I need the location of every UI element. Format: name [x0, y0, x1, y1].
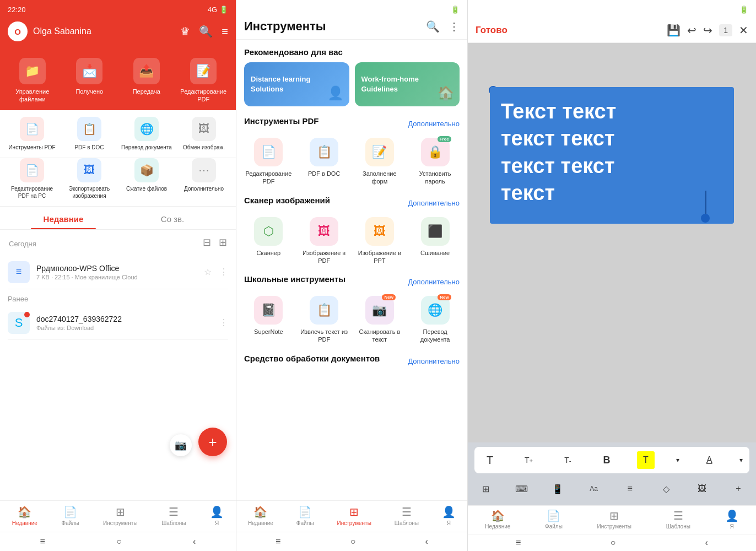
nav-files-1[interactable]: 📄 Файлы: [62, 505, 79, 526]
tab-recent[interactable]: Недавние: [9, 207, 118, 229]
sec-label-3: Обмен изображ.: [183, 144, 225, 151]
pdf-tools-more[interactable]: Дополнительно: [408, 120, 460, 128]
kb-phone-icon[interactable]: 📱: [547, 479, 569, 499]
quick-action-0[interactable]: 📁 Управление файлами: [6, 58, 60, 104]
school-more[interactable]: Дополнительно: [408, 278, 460, 286]
nav-files-2[interactable]: 📄 Файлы: [296, 505, 314, 526]
signal-icon: 4G: [208, 6, 217, 14]
p3-nav-me[interactable]: 👤 Я: [725, 509, 739, 530]
sys-back-3[interactable]: ‹: [705, 538, 708, 548]
file-item-1[interactable]: S doc2740127_639362722 Файлы из: Downloa…: [8, 306, 228, 340]
nav-templates-2[interactable]: ☰ Шаблоны: [395, 505, 419, 526]
sys-home-3[interactable]: ○: [611, 538, 616, 548]
star-icon-0[interactable]: ☆: [204, 267, 212, 277]
more-icon-p2[interactable]: ⋮: [449, 20, 460, 33]
scan-tool-3[interactable]: ⬛ Сшивание: [411, 217, 460, 265]
more-icon-1[interactable]: ⋮: [219, 317, 228, 328]
scan-tool-2[interactable]: 🖼 Изображение в PPT: [355, 217, 404, 265]
kb-t-minus-icon[interactable]: T-: [559, 451, 576, 469]
kb-align-icon[interactable]: ≡: [619, 479, 641, 499]
redo-icon[interactable]: ↪: [703, 24, 712, 37]
pdf-tool-3[interactable]: 🔒 Free Установить пароль: [411, 138, 460, 186]
sec2-item-1[interactable]: 🖼 Экспортировать изображения: [63, 158, 116, 199]
sys-menu-3[interactable]: ≡: [516, 538, 521, 548]
quick-action-1[interactable]: 📩 Получено: [63, 58, 117, 104]
school-tool-0[interactable]: 📓 SuperNote: [244, 296, 293, 344]
p3-nav-templates[interactable]: ☰ Шаблоны: [666, 509, 690, 530]
sys-home-2[interactable]: ○: [350, 537, 356, 547]
school-tool-1[interactable]: 📋 Извлечь текст из PDF: [300, 296, 349, 344]
pdf-tool-0[interactable]: 📄 Редактирование PDF: [244, 138, 293, 186]
nav-tools-2[interactable]: ⊞ Инструменты: [337, 505, 371, 526]
sys-back-2[interactable]: ‹: [425, 537, 428, 547]
kb-image-icon[interactable]: 🖼: [691, 479, 713, 499]
pdf-tool-1[interactable]: 📋 PDF в DOC: [300, 138, 349, 186]
secondary-actions-1: 📄 Инструменты PDF 📋 PDF в DOC 🌐 Перевод …: [0, 110, 236, 158]
kb-underline-dropdown[interactable]: ▾: [739, 456, 743, 464]
sys-home-1[interactable]: ○: [116, 537, 122, 547]
scan-tool-0[interactable]: ⬡ Сканнер: [244, 217, 293, 265]
camera-fab[interactable]: 📷: [170, 434, 192, 456]
kb-highlight-dropdown[interactable]: ▾: [676, 456, 679, 464]
sec-item-2[interactable]: 🌐 Перевод документа: [120, 117, 173, 151]
nav-templates-1[interactable]: ☰ Шаблоны: [161, 505, 186, 526]
p3-nav-recent[interactable]: 🏠 Недавние: [485, 509, 510, 530]
doc-proc-more[interactable]: Дополнительно: [408, 357, 460, 365]
p3-done-btn[interactable]: Готово: [476, 25, 507, 36]
kb-t-plus-icon[interactable]: T+: [520, 451, 538, 469]
sec-item-3[interactable]: 🖼 Обмен изображ.: [177, 117, 230, 151]
sec2-item-2[interactable]: 📦 Сжатие файлов: [120, 158, 173, 199]
kb-underline-icon[interactable]: A: [700, 451, 718, 469]
sec-item-1[interactable]: 📋 PDF в DOC: [63, 117, 116, 151]
sys-menu-2[interactable]: ≡: [276, 537, 280, 547]
kb-highlight-icon[interactable]: T: [637, 451, 655, 469]
grid-icon[interactable]: ⊞: [219, 236, 227, 249]
scan-tool-1[interactable]: 🖼 Изображение в PDF: [300, 217, 349, 265]
close-icon[interactable]: ✕: [739, 24, 748, 37]
sys-back-1[interactable]: ‹: [193, 537, 196, 547]
kb-diamond-icon[interactable]: ◇: [655, 479, 677, 499]
tab-starred[interactable]: Со зв.: [118, 207, 227, 229]
sys-menu-1[interactable]: ≡: [40, 537, 45, 547]
menu-icon[interactable]: ≡: [222, 25, 228, 38]
filter-icon[interactable]: ⊟: [203, 236, 211, 249]
sec2-item-0[interactable]: 📄 Редактирование PDF на PC: [6, 158, 58, 199]
save-icon[interactable]: 💾: [667, 24, 681, 37]
nav-me-2[interactable]: 👤 Я: [442, 505, 456, 526]
nav-icon-recent-2: 🏠: [253, 505, 267, 518]
more-icon-0[interactable]: ⋮: [219, 267, 228, 277]
panel3-canvas[interactable]: Текст тексттекст тексттекст тексттекст: [468, 43, 756, 442]
kb-aa-icon[interactable]: Aa: [583, 479, 605, 499]
panel2: 22:15 4G 51 🔋 Инструменты 🔍 ⋮ Рекомендов…: [236, 0, 467, 551]
quick-action-3[interactable]: 📝 Редактирование PDF: [177, 58, 231, 104]
kb-plus-icon[interactable]: +: [727, 479, 749, 499]
school-tool-3[interactable]: 🌐 New Перевод документа: [411, 296, 460, 344]
kb-grid-icon[interactable]: ⊞: [474, 479, 496, 499]
panel2-content: Рекомендовано для вас Distance learning …: [236, 40, 467, 500]
quick-action-2[interactable]: 📤 Передача: [120, 58, 174, 104]
promo-card-1[interactable]: Work-from-home Guidelines 🏠: [355, 62, 460, 106]
search-icon-p2[interactable]: 🔍: [426, 20, 440, 33]
pdf-tool-2[interactable]: 📝 Заполнение форм: [355, 138, 404, 186]
scanner-more[interactable]: Дополнительно: [408, 199, 460, 207]
sec-item-0[interactable]: 📄 Инструменты PDF: [6, 117, 58, 151]
kb-keyboard-icon[interactable]: ⌨: [511, 479, 533, 499]
crown-icon[interactable]: ♛: [180, 25, 190, 38]
nav-recent-2[interactable]: 🏠 Недавние: [248, 505, 273, 526]
kb-t-icon[interactable]: T: [481, 451, 499, 469]
file-info-0: Ррдмполоо-WPS Office 7 KB · 22:15 · Мое …: [36, 264, 197, 280]
add-fab[interactable]: +: [198, 428, 227, 456]
nav-recent-1[interactable]: 🏠 Недавние: [12, 505, 37, 526]
promo-card-0[interactable]: Distance learning Solutions 👤: [244, 62, 349, 106]
nav-me-1[interactable]: 👤 Я: [210, 505, 224, 526]
kb-bold-icon[interactable]: B: [598, 451, 615, 469]
text-selection-area[interactable]: Текст тексттекст тексттекст тексттекст: [490, 87, 734, 224]
p3-nav-files[interactable]: 📄 Файлы: [545, 509, 563, 530]
file-item-0[interactable]: ≡ Ррдмполоо-WPS Office 7 KB · 22:15 · Мо…: [8, 256, 228, 289]
search-icon-p1[interactable]: 🔍: [199, 25, 213, 38]
nav-tools-1[interactable]: ⊞ Инструменты: [103, 505, 137, 526]
undo-icon[interactable]: ↩: [687, 24, 696, 37]
p3-nav-tools[interactable]: ⊞ Инструменты: [597, 509, 631, 530]
school-tool-2[interactable]: 📷 New Сканировать в текст: [355, 296, 404, 344]
sec2-item-3[interactable]: ⋯ Дополнительно: [177, 158, 230, 199]
